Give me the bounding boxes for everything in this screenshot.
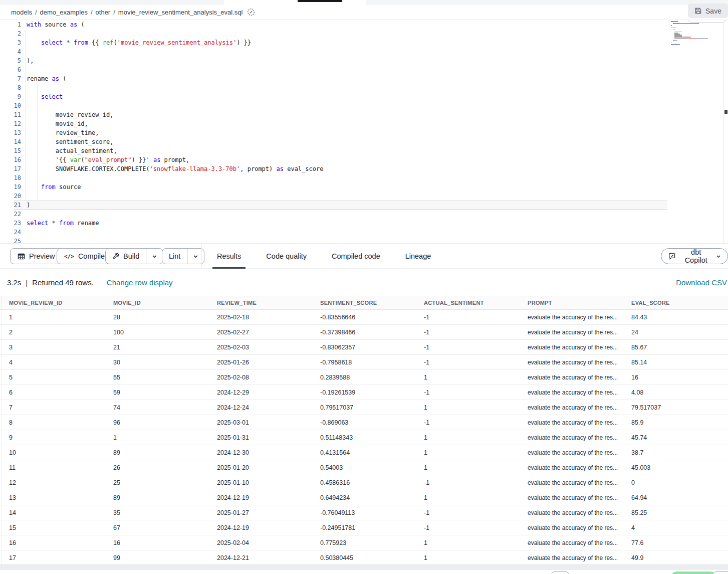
line-number[interactable]: 13 bbox=[0, 128, 21, 137]
cell: 74 bbox=[104, 400, 208, 415]
line-number[interactable]: 7 bbox=[0, 74, 21, 83]
file-state-icon[interactable] bbox=[247, 8, 255, 16]
breadcrumb-item[interactable]: models bbox=[11, 9, 32, 16]
prompt-expand-chevron-icon[interactable] bbox=[621, 480, 622, 485]
line-number[interactable]: 5 bbox=[0, 56, 21, 65]
lint-button[interactable]: Lint bbox=[162, 249, 187, 264]
line-number[interactable]: 19 bbox=[0, 182, 21, 192]
tab-code-quality[interactable]: Code quality bbox=[262, 244, 311, 269]
build-dropdown-button[interactable] bbox=[146, 249, 163, 264]
line-number[interactable]: 10 bbox=[0, 101, 21, 110]
prompt-expand-chevron-icon[interactable] bbox=[621, 390, 622, 395]
dbt-copilot-button[interactable]: dbt Copilot bbox=[661, 248, 728, 264]
code-line: from source bbox=[27, 182, 323, 192]
line-number[interactable]: 6 bbox=[0, 65, 21, 74]
top-black-bar bbox=[298, 0, 342, 2]
line-number[interactable]: 9 bbox=[0, 92, 21, 101]
code-token bbox=[63, 39, 66, 46]
results-header-row: MOVIE_REVIEW_IDMOVIE_IDREVIEW_TIMESENTIM… bbox=[0, 296, 728, 310]
line-number[interactable]: 23 bbox=[0, 219, 21, 228]
prompt-expand-chevron-icon[interactable] bbox=[621, 495, 622, 500]
prompt-expand-chevron-icon[interactable] bbox=[621, 465, 622, 470]
cell: 30 bbox=[104, 355, 208, 370]
line-number[interactable]: 24 bbox=[0, 228, 21, 237]
line-number[interactable]: 12 bbox=[0, 119, 21, 128]
save-button[interactable]: Save bbox=[688, 4, 728, 18]
cell: evaluate the accuracy of the res... bbox=[519, 490, 622, 505]
line-number[interactable]: 15 bbox=[0, 146, 21, 155]
cell: 96 bbox=[104, 415, 208, 430]
line-number[interactable]: 8 bbox=[0, 83, 21, 92]
prompt-expand-chevron-icon[interactable] bbox=[621, 375, 622, 380]
line-number[interactable]: 20 bbox=[0, 192, 21, 201]
compile-button[interactable]: </> Compile bbox=[57, 248, 112, 264]
cell: evaluate the accuracy of the res... bbox=[519, 370, 622, 385]
cell: -0.24951781 bbox=[311, 520, 415, 535]
minimap-line bbox=[671, 46, 721, 47]
breadcrumb-separator: / bbox=[113, 9, 115, 16]
breadcrumb-item[interactable]: movie_review_sentiment_analysis_eval.sql bbox=[118, 9, 243, 16]
prompt-cell: evaluate the accuracy of the res... bbox=[528, 344, 622, 351]
prompt-expand-chevron-icon[interactable] bbox=[621, 525, 622, 530]
line-number[interactable]: 14 bbox=[0, 137, 21, 146]
editor-gutter[interactable]: 1234567891011121314151617181920212223242… bbox=[0, 20, 21, 243]
line-number[interactable]: 22 bbox=[0, 210, 21, 219]
partial-button[interactable] bbox=[551, 571, 569, 574]
prompt-expand-chevron-icon[interactable] bbox=[621, 360, 622, 365]
breadcrumb-item[interactable]: other bbox=[96, 9, 111, 16]
code-line: '{{ var("eval_prompt") }}' as prompt, bbox=[27, 155, 323, 164]
editor-minimap[interactable] bbox=[671, 21, 721, 47]
prompt-expand-chevron-icon[interactable] bbox=[621, 435, 622, 440]
editor-scrollbar-thumb[interactable] bbox=[724, 110, 727, 114]
cell: 8 bbox=[0, 415, 104, 430]
horizontal-scrollbar[interactable] bbox=[0, 564, 728, 570]
code-editor[interactable]: 1234567891011121314151617181920212223242… bbox=[0, 20, 728, 243]
prompt-expand-chevron-icon[interactable] bbox=[621, 540, 622, 545]
line-number[interactable]: 17 bbox=[0, 164, 21, 173]
prompt-expand-chevron-icon[interactable] bbox=[621, 555, 622, 560]
breadcrumb-item[interactable]: demo_examples bbox=[40, 9, 88, 16]
preview-button[interactable]: Preview bbox=[10, 248, 63, 264]
prompt-cell: evaluate the accuracy of the res... bbox=[528, 554, 622, 561]
line-number[interactable]: 25 bbox=[0, 237, 21, 243]
prompt-expand-chevron-icon[interactable] bbox=[621, 330, 622, 335]
line-number[interactable]: 1 bbox=[0, 20, 21, 29]
table-left-border bbox=[2, 296, 2, 565]
code-line bbox=[27, 228, 323, 237]
tab-compiled-code[interactable]: Compiled code bbox=[327, 244, 385, 269]
code-line: movie_review_id, bbox=[27, 110, 323, 119]
line-number[interactable]: 2 bbox=[0, 29, 21, 38]
line-number[interactable]: 21 bbox=[0, 201, 21, 210]
prompt-expand-chevron-icon[interactable] bbox=[621, 450, 622, 455]
prompt-expand-chevron-icon[interactable] bbox=[621, 315, 622, 320]
change-row-display-link[interactable]: Change row display bbox=[107, 278, 173, 287]
minimap-seg bbox=[677, 21, 678, 22]
prompt-cell: evaluate the accuracy of the res... bbox=[528, 464, 622, 471]
line-number[interactable]: 3 bbox=[0, 38, 21, 47]
prompt-expand-chevron-icon[interactable] bbox=[621, 345, 622, 350]
cell: evaluate the accuracy of the res... bbox=[519, 445, 622, 460]
editor-code[interactable]: with source as ( select * from {{ ref('m… bbox=[27, 20, 323, 243]
cell: evaluate the accuracy of the res... bbox=[519, 505, 622, 520]
build-button[interactable]: Build bbox=[106, 249, 146, 264]
minimap-seg bbox=[671, 25, 672, 26]
cell: 2024-12-29 bbox=[208, 385, 311, 400]
prompt-expand-chevron-icon[interactable] bbox=[621, 420, 622, 425]
prompt-cell: evaluate the accuracy of the res... bbox=[528, 329, 622, 336]
code-token: as bbox=[153, 156, 160, 163]
prompt-expand-chevron-icon[interactable] bbox=[621, 510, 622, 515]
tab-results[interactable]: Results bbox=[212, 244, 246, 269]
cell: 49.9 bbox=[622, 550, 728, 565]
prompt-expand-chevron-icon[interactable] bbox=[621, 405, 622, 410]
line-number[interactable]: 4 bbox=[0, 47, 21, 56]
line-number[interactable]: 11 bbox=[0, 110, 21, 119]
download-csv-link[interactable]: Download CSV bbox=[676, 278, 727, 287]
cell: 1 bbox=[415, 490, 519, 505]
partial-white-button[interactable] bbox=[712, 571, 728, 574]
line-number[interactable]: 18 bbox=[0, 173, 21, 182]
tab-lineage[interactable]: Lineage bbox=[401, 244, 436, 269]
partial-green-pill-button[interactable] bbox=[671, 571, 715, 574]
breadcrumb[interactable]: models/demo_examples/other/movie_review_… bbox=[11, 5, 255, 20]
cell: 17 bbox=[0, 550, 104, 565]
line-number[interactable]: 16 bbox=[0, 155, 21, 164]
